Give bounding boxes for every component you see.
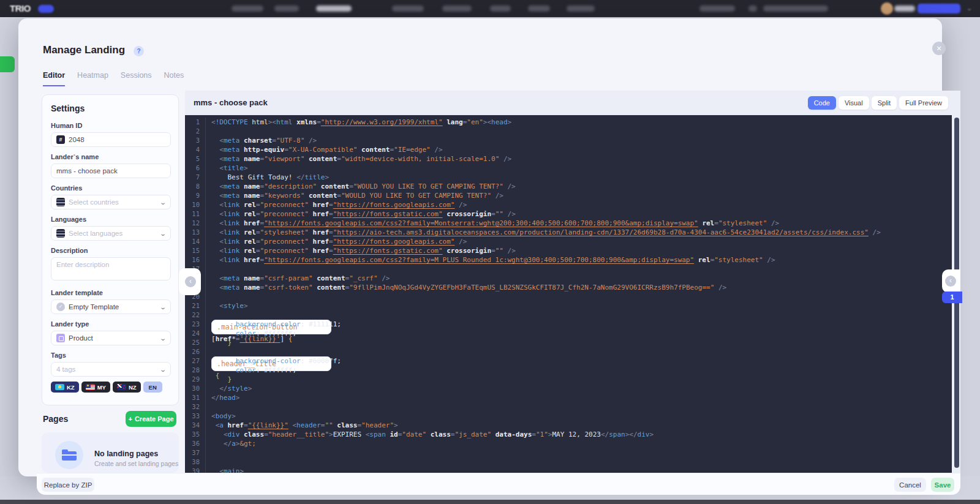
tag-chip-kz[interactable]: KZ bbox=[51, 382, 79, 393]
view-mode-full-preview[interactable]: Full Preview bbox=[899, 96, 948, 110]
tab-notes[interactable]: Notes bbox=[164, 71, 184, 86]
code-line[interactable]: 20 bbox=[185, 292, 952, 301]
close-icon[interactable]: ✕ bbox=[932, 42, 946, 55]
tab-editor[interactable]: Editor bbox=[43, 71, 65, 86]
lander-name-input[interactable] bbox=[56, 167, 165, 175]
countries-select[interactable]: Select countries ⌄ bbox=[51, 195, 171, 209]
code-line-text: <link href="https://fonts.googleapis.com… bbox=[211, 219, 779, 228]
modal-tabs: EditorHeatmapSessionsNotes bbox=[43, 71, 184, 86]
code-line[interactable]: 7 Best Gift Today! </title> bbox=[185, 173, 952, 182]
code-line[interactable]: 21 <style> bbox=[185, 301, 952, 310]
topbar-nav-item-blurred bbox=[748, 6, 757, 12]
code-line[interactable]: 4 <meta http-equiv="X-UA-Compatible" con… bbox=[185, 145, 952, 154]
code-line-text: <link href="https://fonts.googleapis.com… bbox=[211, 255, 775, 265]
code-line-text: <meta name="viewport" content="width=dev… bbox=[211, 154, 511, 164]
code-line-text: <a href="{{link}}" <header="" class="hea… bbox=[211, 421, 398, 430]
code-line[interactable]: 30 </style> bbox=[185, 384, 952, 393]
collapse-left-button[interactable]: ‹ bbox=[185, 276, 196, 287]
code-line[interactable]: 17 bbox=[185, 265, 952, 274]
create-page-button[interactable]: + Create Page bbox=[126, 411, 176, 427]
replace-by-zip-button[interactable]: Replace by ZIP bbox=[42, 478, 94, 492]
tag-chip-my[interactable]: MY bbox=[81, 382, 110, 393]
code-line[interactable]: 6 <title> bbox=[185, 164, 952, 173]
line-number: 5 bbox=[185, 154, 206, 164]
code-line[interactable]: 22 .main-action-button[href*='{{link}}']… bbox=[185, 310, 952, 320]
topbar-nav-item-blurred bbox=[316, 6, 352, 12]
code-line[interactable]: 38 bbox=[185, 457, 952, 467]
lander-type-label: Lander type bbox=[51, 320, 170, 328]
code-line[interactable]: 32 bbox=[185, 402, 952, 412]
tag-chips: KZMYNZEN bbox=[51, 382, 170, 393]
lander-name-field[interactable] bbox=[51, 164, 171, 178]
code-line-text: <meta name="csrf-token" content="9fllPim… bbox=[211, 283, 726, 292]
code-line[interactable]: 10 <link rel="preconnect" href="https://… bbox=[185, 200, 952, 209]
code-line[interactable]: 35 <div class="header__title">EXPIRES <s… bbox=[185, 430, 952, 439]
code-line[interactable]: 16 <link href="https://fonts.googleapis.… bbox=[185, 255, 952, 265]
code-line-text: color: #ffffff; bbox=[211, 366, 296, 375]
code-line[interactable]: 26 .header__title { bbox=[185, 347, 952, 356]
code-line[interactable]: 3 <meta charset="UTF-8" /> bbox=[185, 136, 952, 145]
code-line[interactable]: 39 <main> bbox=[185, 467, 952, 473]
code-line[interactable]: 12 <link href="https://fonts.googleapis.… bbox=[185, 219, 952, 228]
code-line-text: <!DOCTYPE html><html xmlns="http://www.w… bbox=[211, 118, 511, 127]
code-line[interactable]: 15 <link rel="preconnect" href="https://… bbox=[185, 246, 952, 255]
code-line-text: <link rel="preconnect" href="https://fon… bbox=[211, 209, 516, 219]
code-line-text: <meta name="keywords" content="WOULD YOU… bbox=[211, 191, 503, 200]
code-line[interactable]: 23 background-color: #111111; bbox=[185, 320, 952, 329]
code-line[interactable]: 14 <link rel="preconnect" href="https://… bbox=[185, 237, 952, 246]
code-line[interactable]: 33<body> bbox=[185, 412, 952, 421]
line-number: 31 bbox=[185, 393, 206, 402]
code-area[interactable]: 1<!DOCTYPE html><html xmlns="http://www.… bbox=[185, 115, 952, 473]
code-line[interactable]: 19 <meta name="csrf-token" content="9fll… bbox=[185, 283, 952, 292]
code-line[interactable]: 5 <meta name="viewport" content="width=d… bbox=[185, 154, 952, 164]
logo-badge-blurred bbox=[38, 5, 54, 13]
code-line[interactable]: 27 background-color: #0000ff; bbox=[185, 356, 952, 366]
code-line-text: Best Gift Today! </title> bbox=[211, 173, 329, 182]
code-line[interactable]: 11 <link rel="preconnect" href="https://… bbox=[185, 209, 952, 219]
plus-icon: + bbox=[128, 415, 132, 423]
code-line[interactable]: 1<!DOCTYPE html><html xmlns="http://www.… bbox=[185, 118, 952, 127]
code-editor[interactable]: 1<!DOCTYPE html><html xmlns="http://www.… bbox=[185, 115, 952, 473]
human-id-input[interactable] bbox=[69, 136, 165, 143]
tab-sessions[interactable]: Sessions bbox=[121, 71, 152, 86]
tags-label: Tags bbox=[51, 352, 170, 359]
code-line-text: } bbox=[211, 375, 232, 384]
marker-badge[interactable]: 1 bbox=[942, 291, 962, 303]
avatar bbox=[881, 2, 893, 15]
code-line-text: color: #ffffff; bbox=[211, 329, 296, 338]
code-line[interactable]: 36 </a>&gt; bbox=[185, 439, 952, 448]
cancel-button[interactable]: Cancel bbox=[894, 478, 926, 492]
code-line-text: <link rel="preconnect" href="https://fon… bbox=[211, 246, 516, 255]
code-line[interactable]: 37 bbox=[185, 448, 952, 457]
line-number: 4 bbox=[185, 145, 206, 154]
topbar-nav-item-blurred bbox=[894, 6, 915, 12]
help-icon[interactable]: ? bbox=[134, 46, 144, 56]
code-line[interactable]: 18 <meta name="csrf-param" content="_csr… bbox=[185, 274, 952, 283]
code-line[interactable]: 13 <link rel="stylesheet" href="https://… bbox=[185, 228, 952, 237]
view-mode-split[interactable]: Split bbox=[872, 96, 897, 110]
description-textarea[interactable] bbox=[51, 257, 171, 280]
line-number: 9 bbox=[185, 191, 206, 200]
topbar-nav-item-blurred bbox=[699, 6, 735, 12]
chevron-down-icon: ⌄ bbox=[159, 230, 167, 237]
code-line[interactable]: 31</head> bbox=[185, 393, 952, 402]
human-id-field[interactable]: # bbox=[51, 132, 171, 147]
tags-select[interactable]: 4 tags ⌄ bbox=[51, 362, 171, 377]
code-line[interactable]: 9 <meta name="keywords" content="WOULD Y… bbox=[185, 191, 952, 200]
view-mode-code[interactable]: Code bbox=[808, 96, 836, 110]
line-number: 28 bbox=[185, 366, 206, 375]
save-button[interactable]: Save bbox=[931, 478, 954, 492]
editor-header: mms - choose pack CodeVisualSplitFull Pr… bbox=[185, 91, 960, 115]
code-line-text: <title> bbox=[211, 164, 248, 173]
code-line[interactable]: 34 <a href="{{link}}" <header="" class="… bbox=[185, 421, 952, 430]
languages-select[interactable]: Select languages ⌄ bbox=[51, 226, 171, 241]
tab-heatmap[interactable]: Heatmap bbox=[77, 71, 108, 86]
lander-template-select[interactable]: ✓ Empty Template ⌄ bbox=[51, 299, 171, 314]
code-line[interactable]: 2 bbox=[185, 127, 952, 136]
lander-type-select[interactable]: Product ⌄ bbox=[51, 331, 171, 345]
tag-chip-en[interactable]: EN bbox=[143, 382, 162, 393]
view-mode-visual[interactable]: Visual bbox=[839, 96, 869, 110]
code-line[interactable]: 8 <meta name="description" content="WOUL… bbox=[185, 182, 952, 191]
tag-chip-nz[interactable]: NZ bbox=[113, 382, 141, 393]
collapse-right-button[interactable]: ‹ bbox=[945, 276, 956, 287]
